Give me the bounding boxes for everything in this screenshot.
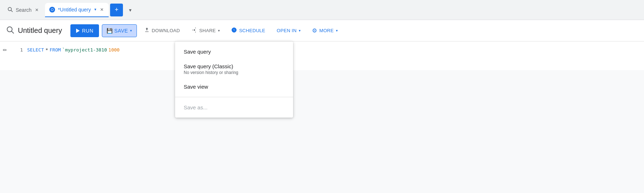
bq-icon: ⬡ (49, 7, 55, 13)
limit-number: 1000 (108, 47, 119, 53)
query-tab[interactable]: ⬡ *Untitled query ▾ ✕ (45, 3, 109, 17)
gear-icon: ⚙ (312, 27, 317, 34)
add-tab-button[interactable]: + (110, 4, 123, 16)
save-query-label: Save query (184, 49, 284, 55)
keyword-star: * (45, 47, 48, 53)
table-name: `myproject1-3810 (62, 47, 107, 53)
schedule-button[interactable]: SCHEDULE (227, 24, 269, 37)
search-tab-label: Search (16, 7, 31, 13)
line-number: 1 (10, 46, 27, 54)
more-chevron-icon: ▾ (336, 29, 338, 33)
save-button[interactable]: 💾 SAVE ▾ (102, 24, 137, 37)
more-button[interactable]: ⚙ MORE ▾ (308, 24, 342, 37)
schedule-icon (231, 27, 237, 34)
run-button-label: RUN (82, 28, 93, 34)
keyword-select: SELECT (27, 47, 44, 53)
save-query-menu-item[interactable]: Save query (175, 44, 293, 59)
search-tab[interactable]: Search ✕ (3, 3, 44, 17)
download-button-label: DOWNLOAD (152, 28, 180, 33)
download-icon (144, 27, 150, 34)
query-title: Untitled query (18, 26, 62, 35)
keyword-from: FROM (50, 47, 61, 53)
edit-pencil-icon: ✏ (0, 47, 7, 53)
share-button[interactable]: SHARE ▾ (187, 24, 224, 37)
share-icon (192, 27, 197, 34)
share-button-label: SHARE (199, 28, 216, 33)
search-icon (7, 6, 13, 13)
svg-line-3 (12, 31, 14, 33)
share-chevron-icon: ▾ (218, 29, 220, 33)
query-title-area: Untitled query (6, 25, 62, 36)
save-query-classic-label: Save query (Classic) (184, 63, 284, 69)
schedule-button-label: SCHEDULE (239, 28, 265, 33)
query-title-icon (6, 25, 14, 36)
edit-icon-col: ✏ (0, 46, 10, 53)
search-tab-close-button[interactable]: ✕ (34, 7, 39, 13)
toolbar: Untitled query RUN 💾 SAVE ▾ DOWNLOAD SHA… (0, 20, 644, 41)
tab-more-button[interactable]: ▾ (124, 4, 136, 16)
run-play-icon (76, 29, 80, 33)
save-query-classic-menu-item[interactable]: Save query (Classic) No version history … (175, 59, 293, 70)
open-in-button[interactable]: OPEN IN ▾ (272, 24, 305, 37)
save-icon: 💾 (106, 28, 113, 34)
editor-area: ✏ 1 SELECT * FROM `myproject1-3810 1000 (0, 41, 644, 70)
query-tab-close-button[interactable]: ✕ (99, 7, 104, 13)
save-dropdown-menu: Save query Save query (Classic) No versi… (175, 41, 293, 70)
save-button-label: SAVE (114, 28, 128, 34)
run-button[interactable]: RUN (70, 24, 99, 37)
more-button-label: MORE (319, 28, 334, 33)
open-in-button-label: OPEN IN (277, 28, 297, 33)
open-in-chevron-icon: ▾ (299, 29, 301, 33)
query-tab-dropdown-arrow[interactable]: ▾ (94, 7, 96, 12)
code-line-1[interactable]: SELECT * FROM `myproject1-3810 1000 (27, 46, 120, 54)
tab-bar: Search ✕ ⬡ *Untitled query ▾ ✕ + ▾ (0, 0, 644, 20)
save-chevron-icon: ▾ (130, 29, 132, 33)
svg-line-1 (11, 10, 13, 12)
download-button[interactable]: DOWNLOAD (140, 24, 184, 37)
query-tab-label: *Untitled query (58, 7, 91, 13)
